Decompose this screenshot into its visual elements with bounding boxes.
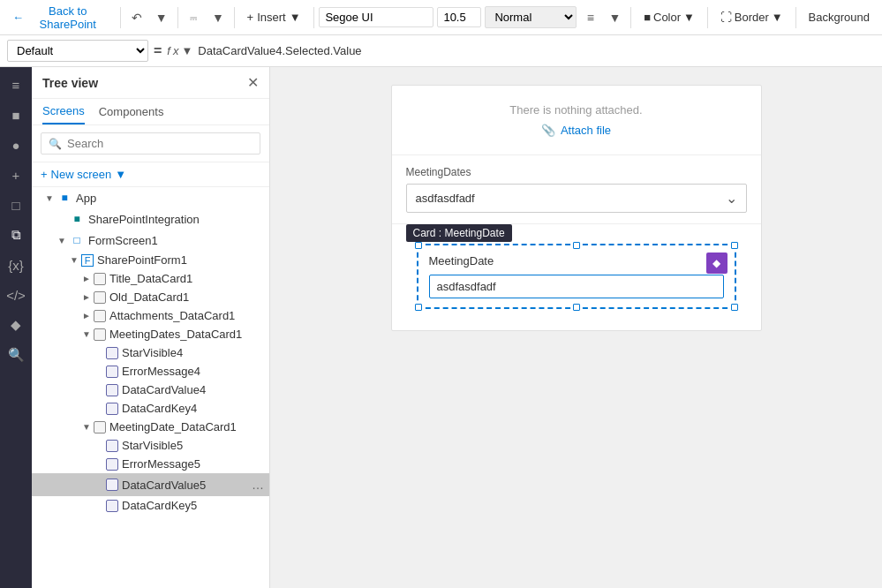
formula-input[interactable]: [198, 44, 875, 57]
media-icon[interactable]: ●: [2, 131, 30, 159]
code-icon[interactable]: </>: [2, 281, 30, 309]
more-options-button[interactable]: …: [246, 476, 269, 494]
back-arrow-icon: ←: [12, 11, 24, 24]
undo-button[interactable]: ↶: [126, 5, 147, 30]
app-icon: ■: [57, 190, 72, 206]
tree-item-errormessage5[interactable]: ErrorMessage5: [32, 455, 269, 473]
tree-label-mdc: MeetingDates_DataCard1: [109, 328, 269, 341]
border-chevron-icon: ▼: [772, 11, 783, 24]
search-input[interactable]: [67, 137, 253, 150]
chevron-icon-adc: ►: [79, 311, 94, 320]
tree-label-dck4: DataCardKey4: [122, 402, 269, 415]
search-box: 🔍: [41, 132, 260, 155]
sharepoint-icon: ■: [69, 211, 85, 227]
chevron-icon-spf: ▼: [67, 255, 81, 265]
resize-handle-tl[interactable]: [415, 242, 422, 249]
scope-select[interactable]: Default: [7, 40, 148, 62]
canvas-center: There is nothing attached. 📎 Attach file…: [270, 67, 882, 588]
background-button[interactable]: Background: [802, 7, 877, 27]
datacard-icon-attachments: [94, 310, 106, 322]
datacard-icon-old: [94, 291, 106, 304]
color-icon: ■: [644, 11, 651, 24]
tree-item-attachments-dc1[interactable]: ► Attachments_DataCard1: [32, 306, 269, 325]
card-action-icon: ◆: [712, 257, 720, 269]
tree-icon[interactable]: ⧉: [2, 221, 30, 249]
divider-1: [120, 7, 121, 28]
tree-panel: Tree view ✕ Screens Components 🔍 + New s…: [32, 67, 270, 588]
border-button[interactable]: ⛶ Border ▼: [713, 7, 790, 27]
tree-item-datacardkey5[interactable]: DataCardKey5: [32, 496, 269, 515]
tree-item-datacardvalue4[interactable]: DataCardValue4: [32, 381, 269, 399]
tree-actions: + New screen ▼: [32, 162, 269, 187]
insert-button[interactable]: + Insert ▼: [240, 7, 308, 27]
copy-dropdown-button[interactable]: ▼: [207, 5, 229, 30]
meeting-dates-section: MeetingDates asdfasdfadf ⌄: [392, 155, 761, 224]
scope-selector: Default: [7, 40, 148, 62]
plus-icon: +: [247, 11, 254, 24]
data-icon[interactable]: ■: [2, 101, 30, 129]
tree-item-datacardvalue5[interactable]: DataCardValue5 …: [32, 473, 269, 496]
divider-7: [795, 7, 796, 28]
datacard-icon-meetingdates: [94, 328, 106, 341]
formula-bar: Default = fx ▼: [0, 35, 882, 67]
card-action-icon-button[interactable]: ◆: [706, 253, 727, 274]
resize-handle-bl[interactable]: [415, 304, 422, 311]
tooltip-label: Card : MeetingDate: [406, 224, 512, 242]
resize-handle-bc[interactable]: [573, 304, 580, 311]
fx-label: fx ▼: [167, 44, 192, 57]
resize-handle-br[interactable]: [731, 304, 738, 311]
undo-dropdown-button[interactable]: ▼: [151, 5, 172, 30]
tree-item-formscreen1[interactable]: ▼ □ FormScreen1: [32, 230, 269, 251]
meeting-date-card[interactable]: MeetingDate ◆: [417, 244, 736, 309]
home-icon[interactable]: ≡: [2, 71, 30, 99]
font-size-input[interactable]: [437, 7, 481, 27]
color-button[interactable]: ■ Color ▼: [637, 7, 702, 27]
search-icon-left[interactable]: 🔍: [2, 341, 30, 369]
chevron-icon-odc: ►: [79, 292, 94, 302]
tab-screens[interactable]: Screens: [42, 104, 85, 124]
theme-icon[interactable]: ◆: [2, 311, 30, 339]
tree-item-title-dc1[interactable]: ► Title_DataCard1: [32, 269, 269, 288]
control-icon-dck4: [106, 403, 118, 415]
attachments-section: There is nothing attached. 📎 Attach file: [392, 86, 761, 155]
attach-file-button[interactable]: 📎 Attach file: [541, 124, 611, 137]
tree-item-datacardkey4[interactable]: DataCardKey4: [32, 399, 269, 418]
resize-handle-tr[interactable]: [731, 242, 738, 249]
control-icon-dcv5: [106, 479, 118, 491]
meeting-dates-dropdown[interactable]: asdfasdfadf ⌄: [406, 184, 747, 213]
tree-item-sharepointform1[interactable]: ▼ F SharePointForm1: [32, 251, 269, 269]
tree-item-app[interactable]: ▼ ■ App: [32, 187, 269, 208]
style-select[interactable]: Normal: [485, 6, 577, 28]
back-to-sharepoint-button[interactable]: ← Back to SharePoint: [5, 1, 115, 34]
divider-4: [313, 7, 314, 28]
tree-item-starvisible4[interactable]: StarVisible4: [32, 343, 269, 362]
format-button[interactable]: ≡: [580, 5, 601, 30]
equals-sign: =: [154, 43, 162, 59]
tab-components[interactable]: Components: [99, 104, 164, 124]
tree-item-meetingdates-dc1[interactable]: ▼ MeetingDates_DataCard1: [32, 325, 269, 343]
tree-item-errormessage4[interactable]: ErrorMessage4: [32, 362, 269, 381]
datacard-icon-meetingdate: [94, 421, 106, 433]
tree-header: Tree view ✕: [32, 67, 269, 99]
copy-button[interactable]: ⎓: [183, 5, 204, 30]
meeting-date-value-input[interactable]: [429, 275, 724, 298]
fx-dropdown-icon[interactable]: ▼: [181, 44, 192, 57]
tree-close-button[interactable]: ✕: [247, 74, 259, 91]
format-chevron-button[interactable]: ▼: [605, 5, 626, 30]
add-icon[interactable]: +: [2, 161, 30, 189]
font-name-input[interactable]: [319, 7, 433, 27]
tree-label-app: App: [76, 192, 269, 205]
components-icon[interactable]: □: [2, 191, 30, 219]
divider-2: [177, 7, 178, 28]
tree-label-fs: FormScreen1: [88, 234, 269, 247]
resize-handle-tc[interactable]: [573, 242, 580, 249]
tree-item-meetingdate-dc1[interactable]: ▼ MeetingDate_DataCard1: [32, 418, 269, 436]
tree-item-sharepoint-integration[interactable]: ■ SharePointIntegration: [32, 208, 269, 230]
new-screen-button[interactable]: + New screen ▼: [41, 168, 126, 181]
tree-item-starvisible5[interactable]: StarVisible5: [32, 436, 269, 455]
canvas-area: There is nothing attached. 📎 Attach file…: [270, 67, 882, 588]
back-label: Back to SharePoint: [27, 4, 108, 31]
tree-item-old-dc1[interactable]: ► Old_DataCard1: [32, 288, 269, 306]
variables-icon[interactable]: {x}: [2, 251, 30, 279]
tree-title: Tree view: [42, 76, 98, 90]
